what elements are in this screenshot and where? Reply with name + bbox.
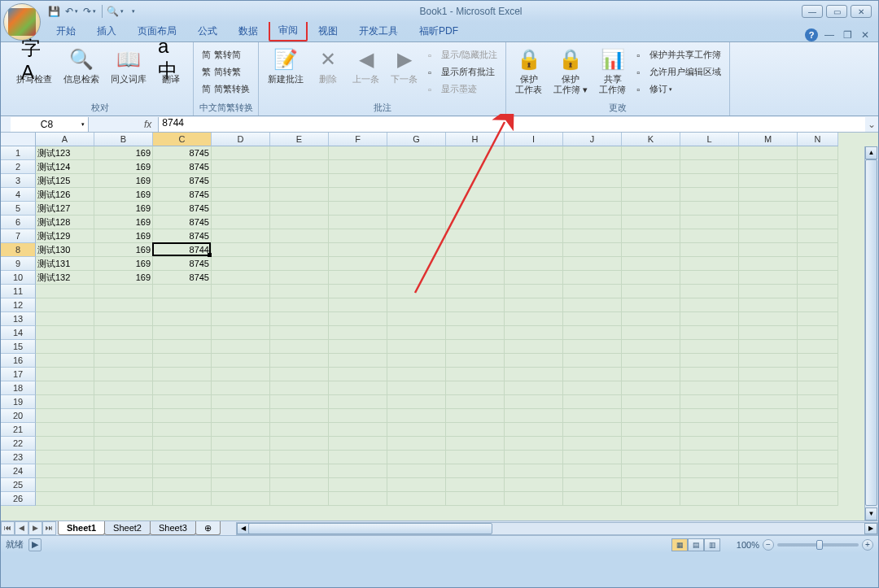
cell-C17[interactable] (153, 368, 212, 381)
cell-D4[interactable] (212, 188, 270, 202)
vscroll-thumb[interactable] (865, 159, 877, 506)
cell-H13[interactable] (446, 312, 505, 326)
cell-L17[interactable] (680, 368, 739, 381)
cell-B17[interactable] (94, 368, 153, 381)
cell-F16[interactable] (329, 354, 387, 368)
cell-D7[interactable] (212, 229, 270, 243)
column-header-L[interactable]: L (680, 133, 739, 146)
cell-G10[interactable] (387, 271, 446, 285)
cell-K24[interactable] (622, 464, 680, 478)
cell-I16[interactable] (505, 354, 563, 368)
cell-K16[interactable] (622, 354, 680, 368)
cell-A20[interactable] (36, 409, 94, 423)
sheet-nav-last-button[interactable]: ⏭ (42, 521, 56, 535)
cell-N26[interactable] (798, 492, 838, 506)
cell-B2[interactable]: 169 (94, 160, 153, 174)
column-header-E[interactable]: E (270, 133, 329, 146)
cell-H18[interactable] (446, 381, 505, 395)
cell-K7[interactable] (622, 229, 680, 243)
cell-E11[interactable] (270, 285, 329, 298)
cell-A7[interactable]: 测试129 (36, 229, 94, 243)
cell-I19[interactable] (505, 395, 563, 409)
cell-N5[interactable] (798, 202, 838, 216)
cell-F25[interactable] (329, 478, 387, 492)
row-header-5[interactable]: 5 (1, 202, 36, 216)
cell-H20[interactable] (446, 409, 505, 423)
cell-J13[interactable] (563, 312, 622, 326)
cell-H12[interactable] (446, 298, 505, 312)
cell-I15[interactable] (505, 340, 563, 354)
cell-K4[interactable] (622, 188, 680, 202)
row-header-20[interactable]: 20 (1, 409, 36, 423)
cell-N20[interactable] (798, 409, 838, 423)
cell-A18[interactable] (36, 381, 94, 395)
cell-M10[interactable] (739, 271, 798, 285)
view-page-layout-button[interactable]: ▤ (688, 538, 704, 551)
cell-H16[interactable] (446, 354, 505, 368)
cell-L16[interactable] (680, 354, 739, 368)
cell-A17[interactable] (36, 368, 94, 381)
cell-H26[interactable] (446, 492, 505, 506)
zoom-slider[interactable] (777, 543, 859, 547)
cell-N14[interactable] (798, 326, 838, 340)
cell-N13[interactable] (798, 312, 838, 326)
cell-E14[interactable] (270, 326, 329, 340)
cell-H14[interactable] (446, 326, 505, 340)
cell-C10[interactable]: 8745 (153, 271, 212, 285)
cell-I12[interactable] (505, 298, 563, 312)
cell-D18[interactable] (212, 381, 270, 395)
cell-M2[interactable] (739, 160, 798, 174)
cell-I10[interactable] (505, 271, 563, 285)
cell-L7[interactable] (680, 229, 739, 243)
cell-D16[interactable] (212, 354, 270, 368)
tab-数据[interactable]: 数据 (228, 20, 269, 41)
cell-A8[interactable]: 测试130 (36, 243, 94, 257)
cell-G11[interactable] (387, 285, 446, 298)
ribbon-button-允许用户编辑区域[interactable]: ▫允许用户编辑区域 (633, 64, 724, 80)
name-box[interactable]: C8 ▾ (11, 117, 89, 132)
row-header-19[interactable]: 19 (1, 395, 36, 409)
ribbon-button-繁转简[interactable]: 简繁转简 (199, 47, 253, 63)
cell-L22[interactable] (680, 437, 739, 451)
cell-M8[interactable] (739, 243, 798, 257)
cell-L24[interactable] (680, 464, 739, 478)
column-header-J[interactable]: J (563, 133, 622, 146)
cell-A6[interactable]: 测试128 (36, 216, 94, 229)
cell-F6[interactable] (329, 216, 387, 229)
cell-D24[interactable] (212, 464, 270, 478)
cell-B18[interactable] (94, 381, 153, 395)
cell-J17[interactable] (563, 368, 622, 381)
tab-插入[interactable]: 插入 (86, 20, 127, 41)
cell-M6[interactable] (739, 216, 798, 229)
column-header-F[interactable]: F (329, 133, 387, 146)
qat-save-icon[interactable]: 💾 (46, 4, 61, 19)
column-header-M[interactable]: M (739, 133, 798, 146)
cell-H9[interactable] (446, 257, 505, 271)
cell-B26[interactable] (94, 492, 153, 506)
cell-K23[interactable] (622, 451, 680, 464)
cell-I13[interactable] (505, 312, 563, 326)
cell-M1[interactable] (739, 146, 798, 160)
cell-K19[interactable] (622, 395, 680, 409)
cell-L5[interactable] (680, 202, 739, 216)
cell-G4[interactable] (387, 188, 446, 202)
cell-L14[interactable] (680, 326, 739, 340)
cell-K17[interactable] (622, 368, 680, 381)
cell-B21[interactable] (94, 423, 153, 437)
cell-M15[interactable] (739, 340, 798, 354)
cell-I4[interactable] (505, 188, 563, 202)
cell-L6[interactable] (680, 216, 739, 229)
cell-F14[interactable] (329, 326, 387, 340)
cell-N11[interactable] (798, 285, 838, 298)
cell-G7[interactable] (387, 229, 446, 243)
cell-L13[interactable] (680, 312, 739, 326)
cell-H5[interactable] (446, 202, 505, 216)
cell-L2[interactable] (680, 160, 739, 174)
cell-C11[interactable] (153, 285, 212, 298)
cell-K5[interactable] (622, 202, 680, 216)
cell-I11[interactable] (505, 285, 563, 298)
cell-J16[interactable] (563, 354, 622, 368)
cell-C13[interactable] (153, 312, 212, 326)
cell-M17[interactable] (739, 368, 798, 381)
cell-B24[interactable] (94, 464, 153, 478)
